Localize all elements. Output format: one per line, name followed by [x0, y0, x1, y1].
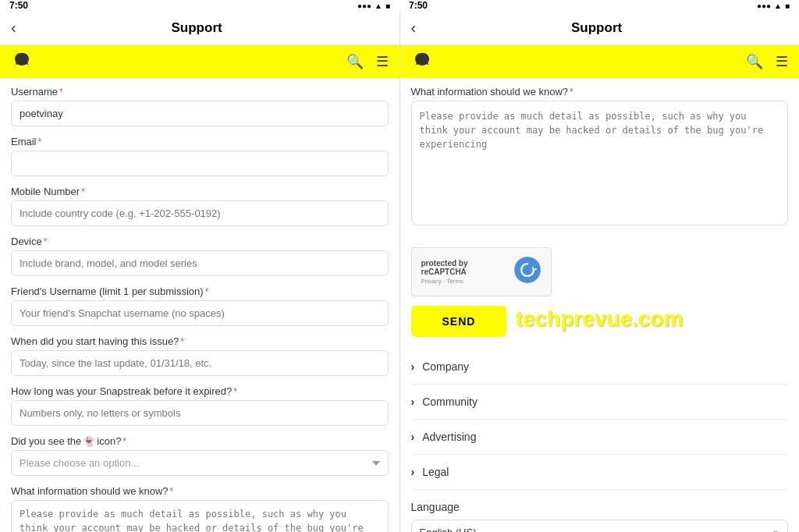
- language-section: Language English (US) Español Français: [411, 490, 789, 532]
- input-device[interactable]: [11, 250, 389, 276]
- info-label-text: What information should we know?: [411, 86, 569, 98]
- snap-header-left: 🔍 ☰: [0, 45, 400, 78]
- search-icon-right[interactable]: 🔍: [746, 53, 763, 70]
- chevron-icon-company: ›: [411, 360, 415, 373]
- phones-container: techprevue.com ‹ Support 🔍 ☰: [0, 11, 799, 532]
- field-issue-start: When did you start having this issue? *: [11, 335, 389, 376]
- phone-right: ‹ Support 🔍 ☰ What information should we…: [400, 11, 800, 532]
- language-label: Language: [411, 501, 789, 513]
- recaptcha-widget[interactable]: protected by reCAPTCHA Privacy · Terms: [411, 247, 552, 296]
- status-bar: 7:50 ●●● ▲ ■ 7:50 ●●● ▲ ■: [0, 0, 799, 11]
- recaptcha-privacy-link[interactable]: Privacy: [421, 278, 442, 285]
- recaptcha-terms-link[interactable]: Terms: [446, 278, 463, 285]
- recaptcha-logo-icon: [513, 256, 542, 288]
- label-info-right: What information should we know? *: [411, 86, 789, 98]
- select-icon-question[interactable]: Please choose an option... Yes No: [11, 450, 389, 476]
- snapchat-logo-right[interactable]: [411, 51, 433, 73]
- textarea-info-right[interactable]: [411, 101, 789, 225]
- status-left: 7:50 ●●● ▲ ■: [0, 0, 400, 11]
- status-icons-left: ●●● ▲ ■: [357, 2, 390, 10]
- input-mobile[interactable]: [11, 200, 389, 226]
- field-mobile: Mobile Number *: [11, 186, 389, 226]
- field-friend-username: Friend's Username (limit 1 per submissio…: [11, 286, 389, 326]
- menu-icon-left[interactable]: ☰: [376, 53, 389, 70]
- input-email[interactable]: [11, 151, 389, 176]
- accordion-item-advertising: › Advertising: [411, 420, 789, 455]
- accordion-row-legal[interactable]: › Legal: [411, 466, 789, 478]
- back-button-left[interactable]: ‹: [11, 19, 16, 37]
- field-info-right: What information should we know? *: [411, 86, 789, 238]
- label-issue-start: When did you start having this issue? *: [11, 335, 389, 347]
- input-issue-start[interactable]: [11, 350, 389, 376]
- nav-bar-right: ‹ Support: [400, 11, 800, 45]
- input-friend-username[interactable]: [11, 300, 389, 326]
- label-friend-username: Friend's Username (limit 1 per submissio…: [11, 286, 389, 297]
- page-title-right: Support: [424, 20, 769, 36]
- accordion-item-company: › Company: [411, 349, 789, 385]
- page-title-left: Support: [24, 20, 370, 36]
- right-panel: What information should we know? * prote…: [400, 78, 800, 532]
- time-right: 7:50: [409, 0, 428, 11]
- nav-bar-left: ‹ Support: [0, 11, 400, 45]
- field-icon-question: Did you see the 👻 icon? * Please choose …: [11, 435, 389, 476]
- chevron-icon-community: ›: [411, 395, 415, 408]
- svg-point-0: [514, 257, 541, 283]
- accordion-label-company: Company: [422, 360, 469, 373]
- accordion-label-advertising: Advertising: [422, 431, 476, 443]
- label-icon-question: Did you see the 👻 icon? *: [11, 435, 389, 447]
- status-icons-right: ●●● ▲ ■: [757, 2, 790, 10]
- chevron-icon-advertising: ›: [411, 431, 415, 443]
- time-left: 7:50: [9, 0, 28, 11]
- field-snapstreak: How long was your Snapstreak before it e…: [11, 385, 389, 426]
- scroll-right[interactable]: What information should we know? * prote…: [400, 78, 800, 532]
- back-button-right[interactable]: ‹: [411, 19, 417, 37]
- ghost-icon-inline: 👻: [83, 435, 95, 447]
- accordion-section: › Company › Community › Advertisin: [411, 349, 789, 490]
- accordion-row-community[interactable]: › Community: [411, 395, 789, 408]
- snap-header-right-left: 🔍 ☰: [346, 53, 389, 70]
- accordion-label-community: Community: [422, 395, 478, 408]
- language-select[interactable]: English (US) Español Français: [411, 520, 789, 532]
- accordion-item-community: › Community: [411, 385, 789, 420]
- recaptcha-label: protected by reCAPTCHA: [421, 259, 506, 276]
- label-username: Username *: [11, 86, 389, 98]
- label-mobile: Mobile Number *: [11, 186, 389, 197]
- label-email: Email *: [11, 136, 389, 147]
- form-section-left: Username * Email * Mobile Numb: [0, 78, 400, 532]
- snap-header-icons-right: 🔍 ☰: [746, 53, 788, 70]
- input-username[interactable]: [11, 101, 389, 126]
- search-icon-left[interactable]: 🔍: [346, 53, 364, 70]
- recaptcha-text-block: protected by reCAPTCHA Privacy · Terms: [421, 259, 506, 285]
- send-button[interactable]: SEND: [411, 306, 507, 337]
- accordion-item-legal: › Legal: [411, 455, 789, 490]
- accordion-row-company[interactable]: › Company: [411, 360, 789, 373]
- recaptcha-links: Privacy · Terms: [421, 278, 506, 285]
- field-email: Email *: [11, 136, 389, 176]
- field-info-left: What information should we know? *: [11, 485, 389, 532]
- accordion-label-legal: Legal: [422, 466, 449, 478]
- label-device: Device *: [11, 236, 389, 247]
- chevron-icon-legal: ›: [411, 466, 415, 478]
- label-info-left: What information should we know? *: [11, 485, 389, 497]
- label-snapstreak: How long was your Snapstreak before it e…: [11, 385, 389, 397]
- phone-left: ‹ Support 🔍 ☰ Username *: [0, 11, 400, 532]
- input-snapstreak[interactable]: [11, 400, 389, 426]
- textarea-info-left[interactable]: [11, 500, 389, 532]
- form-scroll-left[interactable]: Username * Email * Mobile Numb: [0, 78, 400, 532]
- field-device: Device *: [11, 236, 389, 276]
- snapchat-logo-left[interactable]: [11, 51, 33, 73]
- snap-header-right: 🔍 ☰: [400, 45, 800, 78]
- accordion-row-advertising[interactable]: › Advertising: [411, 431, 789, 443]
- menu-icon-right[interactable]: ☰: [776, 53, 788, 70]
- status-right: 7:50 ●●● ▲ ■: [400, 0, 799, 11]
- field-username: Username *: [11, 86, 389, 126]
